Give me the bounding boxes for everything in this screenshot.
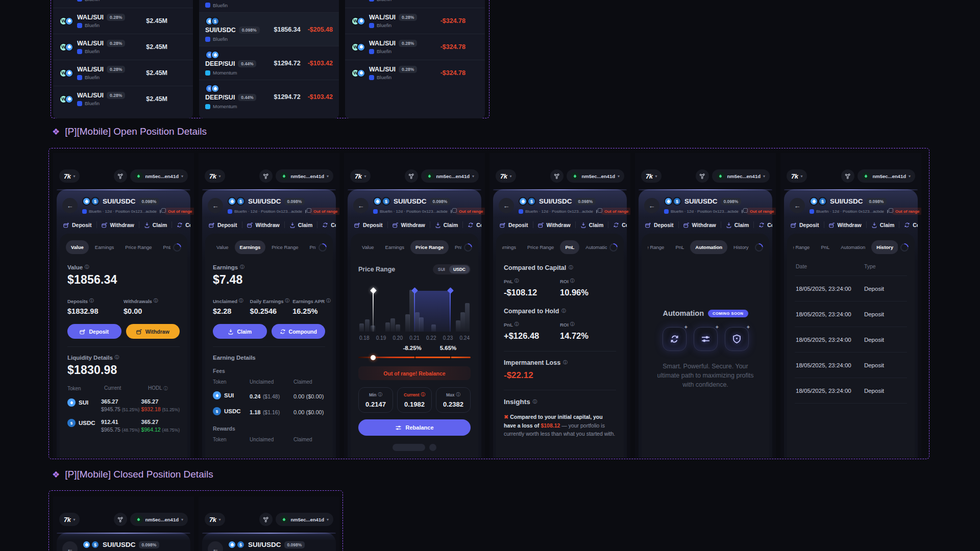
compound-button[interactable]: Compound: [272, 324, 326, 339]
compound-action[interactable]: Compound: [317, 222, 336, 228]
tab-pnl[interactable]: PnL: [560, 240, 579, 254]
back-button[interactable]: ←: [353, 198, 369, 213]
app-menu-button[interactable]: 7k▾: [496, 169, 516, 183]
tab-pnl[interactable]: PnL: [816, 240, 835, 254]
current-price-box[interactable]: Currentⓘ0.1982: [397, 387, 432, 413]
pool-row[interactable]: WAL/SUI0.28%Bluefin-$324.78: [345, 60, 485, 86]
share-nodes-button[interactable]: [696, 169, 709, 183]
info-icon[interactable]: ⓘ: [89, 298, 94, 304]
tab-value[interactable]: Value: [357, 240, 379, 254]
app-menu-button[interactable]: 7k▾: [787, 169, 807, 183]
info-icon[interactable]: ⓘ: [285, 298, 290, 304]
back-button[interactable]: ←: [62, 198, 78, 213]
pagination-dot[interactable]: [429, 444, 436, 451]
tab-automation[interactable]: Automation: [580, 240, 607, 254]
back-button[interactable]: ←: [790, 198, 805, 213]
copy-icon[interactable]: [305, 210, 306, 213]
wallet-button[interactable]: nm5ec...en41d▾: [276, 169, 334, 183]
toggle-sui[interactable]: SUI: [434, 265, 449, 273]
pool-row[interactable]: WAL/SUI0.28%Bluefin-$324.78: [345, 8, 485, 34]
history-row[interactable]: 18/05/2025, 23:24:00Deposit: [795, 378, 907, 404]
info-icon[interactable]: ⓘ: [326, 298, 331, 304]
tab-pnl[interactable]: PnL: [158, 240, 170, 254]
info-icon[interactable]: ⓘ: [561, 308, 566, 314]
deposit-action[interactable]: Deposit: [209, 222, 242, 228]
claim-action[interactable]: Claim: [867, 222, 899, 228]
tab-earnings[interactable]: Earnings: [380, 240, 410, 254]
denomination-toggle[interactable]: SUIUSDC: [433, 264, 471, 274]
wallet-button[interactable]: nm5ec...en41d▾: [276, 513, 334, 526]
withdraw-action[interactable]: Withdraw: [533, 222, 575, 228]
tab-earnings[interactable]: Earnings: [235, 240, 266, 254]
info-icon[interactable]: ⓘ: [154, 298, 158, 304]
tab-earnings[interactable]: Earnings: [502, 240, 521, 254]
tab-pnl[interactable]: PnL: [305, 240, 316, 254]
tab-pnl[interactable]: PnL: [670, 240, 689, 254]
claim-action[interactable]: Claim: [430, 222, 463, 228]
compound-action[interactable]: Compound: [463, 222, 481, 228]
share-nodes-button[interactable]: [259, 513, 273, 526]
compound-action[interactable]: Compound: [899, 222, 918, 228]
tab-price-range[interactable]: Price Range: [266, 240, 303, 254]
info-icon[interactable]: ⓘ: [85, 264, 89, 270]
compound-action[interactable]: Compound: [608, 222, 627, 228]
min-price-box[interactable]: Minⓘ0.2147: [358, 387, 393, 413]
back-button[interactable]: ←: [499, 198, 514, 213]
copy-icon[interactable]: [887, 210, 888, 213]
tab-price-range[interactable]: Price Range: [120, 240, 157, 254]
share-nodes-button[interactable]: [114, 513, 127, 526]
pool-row[interactable]: DEEP/SUI0.44%Momentum$1294.72-$103.42: [199, 80, 339, 113]
withdraw-button[interactable]: Withdraw: [126, 324, 180, 339]
back-button[interactable]: ←: [208, 541, 223, 551]
withdraw-action[interactable]: Withdraw: [824, 222, 866, 228]
pool-row[interactable]: WAL/SUI0.28%Bluefin$2.45M: [53, 8, 193, 34]
info-icon[interactable]: ⓘ: [421, 392, 426, 398]
claim-action[interactable]: Claim: [576, 222, 608, 228]
deposit-button[interactable]: Deposit: [67, 324, 121, 339]
pool-row[interactable]: SUI/USDC0.098%Bluefin$1856.34-$205.48: [199, 12, 339, 46]
wallet-button[interactable]: nm5ec...en41d▾: [421, 169, 479, 183]
history-row[interactable]: 18/05/2025, 23:24:00Deposit: [795, 276, 907, 302]
share-nodes-button[interactable]: [550, 169, 564, 183]
info-icon[interactable]: ⓘ: [563, 360, 568, 366]
current-price-marker[interactable]: [370, 287, 377, 294]
info-icon[interactable]: ⓘ: [239, 298, 243, 304]
back-button[interactable]: ←: [208, 198, 223, 213]
deposit-action[interactable]: Deposit: [645, 222, 678, 228]
info-icon[interactable]: ⓘ: [514, 321, 519, 328]
tab-pnl[interactable]: PnL: [450, 240, 461, 254]
withdraw-action[interactable]: Withdraw: [388, 222, 430, 228]
pagination-pill[interactable]: [393, 444, 425, 451]
copy-icon[interactable]: [160, 210, 161, 213]
app-menu-button[interactable]: 7k▾: [59, 513, 80, 526]
share-nodes-button[interactable]: [841, 169, 854, 183]
history-row[interactable]: 18/05/2025, 23:24:00Deposit: [795, 353, 907, 378]
slider-handle[interactable]: [371, 355, 376, 360]
toggle-usdc[interactable]: USDC: [449, 265, 470, 273]
app-menu-button[interactable]: 7k▾: [641, 169, 662, 183]
wallet-button[interactable]: nm5ec...en41d▾: [712, 169, 770, 183]
info-icon[interactable]: ⓘ: [569, 265, 573, 271]
history-row[interactable]: 18/05/2025, 23:24:00Deposit: [795, 302, 907, 327]
pool-row[interactable]: WAL/SUI0.28%Bluefin$5000.42+$242.25: [199, 0, 339, 12]
withdraw-action[interactable]: Withdraw: [242, 222, 284, 228]
back-button[interactable]: ←: [644, 198, 659, 213]
info-icon[interactable]: ⓘ: [163, 386, 168, 391]
info-icon[interactable]: ⓘ: [378, 392, 383, 398]
tab-value[interactable]: Value: [66, 240, 89, 254]
claim-action[interactable]: Claim: [139, 222, 172, 228]
app-menu-button[interactable]: 7k▾: [205, 513, 225, 526]
app-menu-button[interactable]: 7k▾: [350, 169, 371, 183]
copy-icon[interactable]: [596, 210, 597, 213]
withdraw-action[interactable]: Withdraw: [679, 222, 721, 228]
withdraw-action[interactable]: Withdraw: [97, 222, 139, 228]
deposit-action[interactable]: Deposit: [500, 222, 533, 228]
wallet-button[interactable]: nm5ec...en41d▾: [567, 169, 625, 183]
pool-row[interactable]: WAL/SUI0.28%Bluefin-$324.78: [345, 34, 485, 60]
pool-row[interactable]: WAL/SUI0.28%Bluefin$2.45M: [53, 34, 193, 60]
deposit-action[interactable]: Deposit: [354, 222, 387, 228]
pool-row[interactable]: WAL/SUI0.28%Bluefin$2.45M: [53, 86, 193, 112]
claim-action[interactable]: Claim: [285, 222, 317, 228]
compound-action[interactable]: Compound: [172, 222, 190, 228]
wallet-button[interactable]: nm5ec...en41d▾: [130, 169, 188, 183]
